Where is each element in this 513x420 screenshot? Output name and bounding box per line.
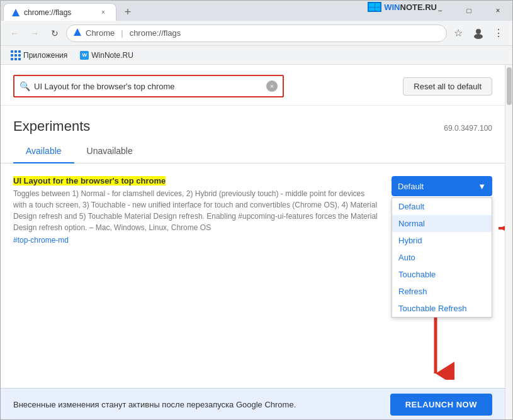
- close-button[interactable]: ×: [483, 1, 512, 21]
- flag-link[interactable]: #top-chrome-md: [13, 236, 379, 245]
- winnote-bookmark[interactable]: W WinNote.RU: [75, 48, 138, 62]
- dropdown-option-touchable-refresh[interactable]: Touchable Refresh: [392, 300, 492, 317]
- back-button[interactable]: ←: [6, 25, 23, 42]
- search-clear-button[interactable]: ×: [266, 80, 278, 92]
- omnibox[interactable]: Chrome | chrome://flags: [66, 25, 447, 42]
- apps-shortcut[interactable]: Приложения: [6, 48, 72, 63]
- menu-button[interactable]: ⋮: [490, 25, 507, 42]
- dropdown-option-refresh[interactable]: Refresh: [392, 283, 492, 300]
- omnibox-site-label: Chrome: [86, 28, 115, 38]
- flag-control: Default ▼ Default Normal Hybrid Auto Tou…: [392, 176, 492, 196]
- window-controls: − □ ×: [426, 1, 512, 21]
- flags-search-bar: 🔍 UI Layout for the browser's top chrome…: [1, 65, 505, 106]
- active-tab[interactable]: chrome://flags ×: [3, 3, 116, 21]
- omnibox-favicon: [73, 28, 82, 38]
- toolbar: ← → ↻ Chrome | chrome://flags ☆ ⋮: [1, 21, 512, 46]
- maximize-button[interactable]: □: [454, 1, 483, 21]
- bottom-bar: Внесенные изменения станут активны после…: [1, 388, 505, 420]
- svg-point-2: [476, 29, 481, 34]
- flags-content: UI Layout for the browser's top chrome T…: [1, 163, 505, 388]
- dropdown-option-normal[interactable]: Normal: [392, 215, 492, 232]
- search-box[interactable]: 🔍 UI Layout for the browser's top chrome…: [13, 75, 284, 97]
- experiments-header: Experiments 69.0.3497.100: [1, 106, 505, 140]
- bookmarks-bar: Приложения W WinNote.RU: [1, 46, 512, 65]
- dropdown-button[interactable]: Default ▼: [392, 176, 492, 196]
- windows-logo-icon: [368, 2, 381, 12]
- version-number: 69.0.3497.100: [444, 124, 492, 133]
- refresh-button[interactable]: ↻: [46, 25, 64, 42]
- dropdown-selected-label: Default: [398, 182, 424, 191]
- scrollbar-thumb[interactable]: [507, 67, 512, 105]
- flags-tabs: Available Unavailable: [1, 140, 505, 163]
- tab-title: chrome://flags: [24, 8, 94, 17]
- reset-all-button[interactable]: Reset all to default: [403, 77, 492, 96]
- apps-grid-icon: [11, 50, 21, 60]
- apps-label: Приложения: [23, 51, 67, 60]
- new-tab-button[interactable]: +: [119, 3, 137, 21]
- omnibox-separator: |: [121, 28, 123, 38]
- relaunch-notice: Внесенные изменения станут активны после…: [13, 400, 378, 409]
- search-icon: 🔍: [20, 81, 30, 91]
- winnote-favicon-icon: W: [80, 51, 89, 60]
- dropdown-menu: Default Normal Hybrid Auto Touchable Ref…: [392, 197, 492, 318]
- svg-point-3: [474, 34, 483, 39]
- search-input[interactable]: UI Layout for the browser's top chrome: [34, 82, 262, 91]
- scrollbar[interactable]: [505, 65, 512, 420]
- right-arrow-annotation: [495, 219, 505, 240]
- svg-marker-1: [74, 28, 81, 36]
- winnote-bookmark-label: WinNote.RU: [91, 51, 133, 60]
- dropdown-option-auto[interactable]: Auto: [392, 249, 492, 266]
- flag-description: Toggles between 1) Normal - for clamshel…: [13, 188, 379, 233]
- tab-favicon: [11, 8, 20, 17]
- flag-item: UI Layout for the browser's top chrome T…: [13, 176, 492, 245]
- tab-unavailable[interactable]: Unavailable: [74, 140, 145, 163]
- dropdown-arrow-icon: ▼: [478, 182, 486, 191]
- tab-close-button[interactable]: ×: [98, 8, 108, 18]
- dropdown-option-touchable[interactable]: Touchable: [392, 266, 492, 283]
- main-content: 🔍 UI Layout for the browser's top chrome…: [1, 65, 512, 420]
- dropdown-option-hybrid[interactable]: Hybrid: [392, 232, 492, 249]
- svg-marker-0: [12, 9, 20, 16]
- omnibox-url: chrome://flags: [130, 28, 181, 38]
- relaunch-now-button[interactable]: RELAUNCH NOW: [390, 394, 492, 416]
- tab-available[interactable]: Available: [13, 140, 74, 163]
- page-title: Experiments: [13, 118, 90, 135]
- flag-name: UI Layout for the browser's top chrome: [13, 176, 166, 185]
- flag-info: UI Layout for the browser's top chrome T…: [13, 176, 379, 245]
- title-bar: chrome://flags × + WINNOTE.RU − □ ×: [1, 1, 512, 21]
- forward-button[interactable]: →: [26, 25, 43, 42]
- toolbar-right: ☆ ⋮: [449, 25, 507, 42]
- account-button[interactable]: [470, 25, 487, 42]
- page: 🔍 UI Layout for the browser's top chrome…: [1, 65, 505, 420]
- minimize-button[interactable]: −: [426, 1, 454, 21]
- bookmark-star-button[interactable]: ☆: [449, 25, 467, 42]
- dropdown-option-default[interactable]: Default: [392, 198, 492, 215]
- tab-strip: chrome://flags × +: [1, 1, 137, 21]
